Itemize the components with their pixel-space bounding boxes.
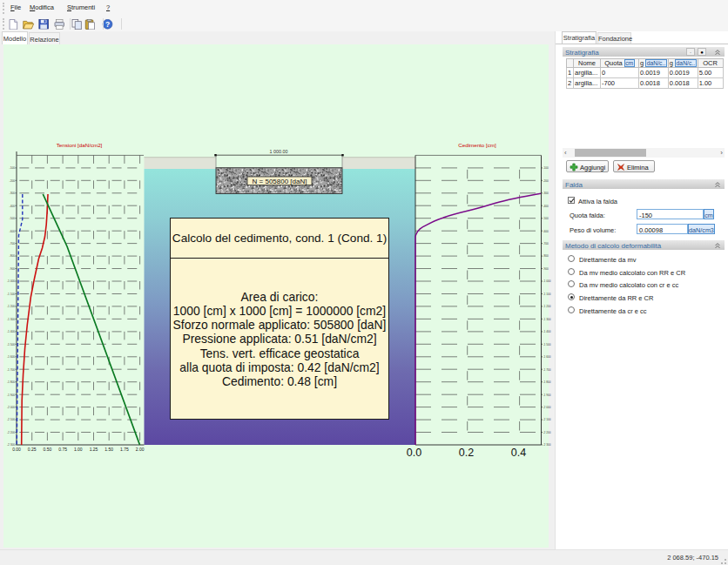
svg-text:2.00: 2.00 bbox=[136, 447, 145, 452]
svg-text:0.0: 0.0 bbox=[407, 447, 421, 459]
svg-text:-600: -600 bbox=[543, 230, 549, 233]
svg-text:-1 300: -1 300 bbox=[543, 318, 551, 321]
svg-text:-200: -200 bbox=[10, 179, 16, 183]
svg-text:-700: -700 bbox=[543, 242, 549, 246]
svg-text:-500: -500 bbox=[543, 217, 549, 220]
svg-text:0.2: 0.2 bbox=[459, 447, 474, 459]
svg-text:0.4: 0.4 bbox=[511, 447, 526, 459]
svg-text:-1 400: -1 400 bbox=[7, 330, 15, 333]
svg-text:-1 800: -1 800 bbox=[543, 380, 551, 384]
svg-text:-1 700: -1 700 bbox=[7, 368, 15, 372]
svg-text:-1 200: -1 200 bbox=[543, 305, 551, 308]
svg-text:-600: -600 bbox=[10, 230, 16, 233]
svg-text:-2 200: -2 200 bbox=[543, 431, 551, 434]
svg-text:-400: -400 bbox=[543, 205, 549, 208]
svg-text:Tensioni [daN/cm2]: Tensioni [daN/cm2] bbox=[57, 142, 103, 148]
svg-text:-700: -700 bbox=[10, 242, 16, 246]
svg-text:0.75: 0.75 bbox=[58, 447, 67, 452]
svg-text:-2 200: -2 200 bbox=[7, 431, 15, 434]
svg-text:-800: -800 bbox=[543, 254, 549, 258]
svg-text:-1 300: -1 300 bbox=[7, 318, 15, 321]
svg-text:0.00: 0.00 bbox=[12, 447, 21, 452]
svg-text:0.25: 0.25 bbox=[28, 447, 37, 452]
svg-text:-1 700: -1 700 bbox=[543, 368, 551, 372]
svg-text:-900: -900 bbox=[543, 267, 549, 271]
svg-text:1.50: 1.50 bbox=[104, 447, 113, 452]
svg-text:-2 000: -2 000 bbox=[543, 406, 551, 409]
svg-text:-2 000: -2 000 bbox=[7, 406, 15, 409]
svg-text:1 000.00: 1 000.00 bbox=[270, 149, 288, 154]
svg-text:-1 600: -1 600 bbox=[543, 355, 551, 359]
svg-text:-1 200: -1 200 bbox=[7, 305, 15, 308]
svg-text:-1 900: -1 900 bbox=[7, 393, 15, 397]
svg-text:-1 100: -1 100 bbox=[543, 293, 551, 296]
svg-text:-300: -300 bbox=[10, 192, 16, 195]
svg-text:1.00: 1.00 bbox=[74, 447, 83, 452]
svg-text:-1 800: -1 800 bbox=[7, 380, 15, 384]
svg-text:-300: -300 bbox=[543, 192, 549, 195]
svg-text:Cedimento [cm]: Cedimento [cm] bbox=[458, 142, 496, 148]
svg-text:-2 100: -2 100 bbox=[543, 418, 551, 421]
svg-text:-1 900: -1 900 bbox=[543, 393, 551, 397]
svg-text:-200: -200 bbox=[543, 179, 549, 183]
svg-text:-500: -500 bbox=[10, 217, 16, 220]
svg-text:-800: -800 bbox=[10, 254, 16, 258]
svg-text:-400: -400 bbox=[10, 205, 16, 208]
svg-text:-1 500: -1 500 bbox=[543, 343, 551, 346]
svg-text:-2 300: -2 300 bbox=[543, 443, 551, 447]
svg-text:-900: -900 bbox=[10, 267, 16, 271]
svg-text:-100: -100 bbox=[543, 166, 549, 170]
svg-text:0.50: 0.50 bbox=[44, 447, 52, 452]
svg-text:1.75: 1.75 bbox=[120, 447, 129, 452]
svg-text:1.25: 1.25 bbox=[90, 447, 98, 452]
svg-text:-2 100: -2 100 bbox=[7, 418, 15, 421]
svg-text:-1 000: -1 000 bbox=[7, 279, 15, 283]
svg-text:N = 505800 [daN]: N = 505800 [daN] bbox=[253, 178, 307, 185]
svg-text:-1 500: -1 500 bbox=[7, 343, 15, 346]
svg-text:-100: -100 bbox=[10, 166, 16, 170]
svg-text:-1 600: -1 600 bbox=[7, 355, 15, 359]
svg-text:-2 300: -2 300 bbox=[7, 443, 15, 447]
svg-text:-1 000: -1 000 bbox=[543, 279, 551, 283]
svg-text:-1 400: -1 400 bbox=[543, 330, 551, 333]
svg-text:-1 100: -1 100 bbox=[7, 293, 15, 296]
